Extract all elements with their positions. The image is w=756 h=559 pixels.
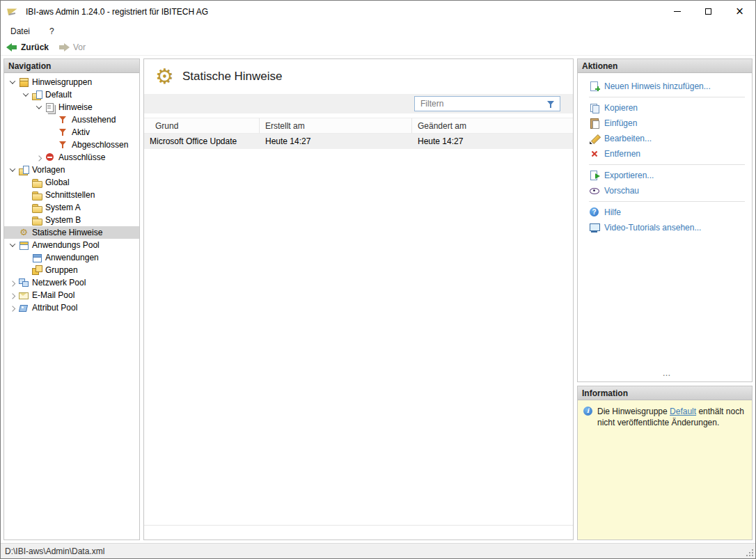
actions-panel: Aktionen Neuen Hinweis hinzufügen... Kop… [577, 58, 753, 382]
funnel-icon [58, 139, 69, 150]
navigation-panel: Navigation Hinweisgruppen Default Hinwei… [3, 58, 140, 540]
sidebar-item-abgeschlossen[interactable]: Abgeschlossen [4, 139, 139, 151]
column-header-geaendert-am[interactable]: Geändert am [412, 118, 573, 133]
sidebar-item-schnittstellen[interactable]: Schnittstellen [4, 189, 139, 201]
app-icon [8, 6, 20, 17]
action-label: Neuen Hinweis hinzufügen... [604, 81, 711, 91]
column-header-erstellt-am[interactable]: Erstellt am [260, 118, 412, 133]
sidebar-item-vorlagen[interactable]: Vorlagen [4, 164, 139, 176]
menu-datei[interactable]: Datei [10, 26, 30, 36]
navigation-header: Navigation [4, 59, 139, 73]
table-header: Grund Erstellt am Geändert am [144, 118, 573, 134]
sidebar-item-hinweise[interactable]: Hinweise [4, 101, 139, 113]
sidebar-item-system-a[interactable]: System A [4, 201, 139, 214]
action-copy[interactable]: Kopieren [589, 100, 745, 116]
menu-help[interactable]: ? [49, 26, 54, 36]
help-icon [589, 207, 600, 218]
cell-geaendert-am: Heute 14:27 [412, 134, 573, 149]
notes-icon [45, 102, 56, 113]
sidebar-item-default[interactable]: Default [4, 88, 139, 101]
title-bar[interactable]: IBI-aws Admin 1.24.0 - registriert für I… [1, 1, 755, 22]
sidebar-item-gruppen[interactable]: Gruppen [4, 264, 139, 276]
window-title: IBI-aws Admin 1.24.0 - registriert für I… [26, 7, 661, 17]
folder-icon [31, 189, 42, 200]
folder-page-icon [31, 89, 42, 100]
separator [589, 164, 745, 165]
client-area: Navigation Hinweisgruppen Default Hinwei… [1, 56, 755, 543]
sidebar-item-hinweisgruppen[interactable]: Hinweisgruppen [4, 76, 139, 88]
back-button[interactable]: Zurück [6, 42, 49, 52]
table-row[interactable]: Microsoft Office Update Heute 14:27 Heut… [144, 134, 573, 149]
action-export[interactable]: Exportieren... [589, 168, 745, 183]
sidebar-item-system-b[interactable]: System B [4, 214, 139, 226]
maximize-button[interactable] [693, 1, 724, 22]
information-message: Die Hinweisgruppe Default enthält noch n… [597, 406, 746, 428]
sidebar-item-statische-hinweise[interactable]: Statische Hinweise [4, 226, 139, 239]
chevron-right-icon[interactable] [9, 292, 16, 299]
chevron-right-icon[interactable] [36, 154, 42, 161]
chevron-down-icon[interactable] [36, 104, 42, 111]
action-edit[interactable]: Bearbeiten... [589, 131, 745, 146]
back-arrow-icon [6, 43, 17, 52]
tool-bar: Zurück Vor [1, 40, 755, 56]
action-paste[interactable]: Einfügen [589, 116, 745, 131]
tree-item-label: System B [45, 215, 81, 225]
status-bar: D:\IBI-aws\Admin\Data.xml [1, 543, 755, 558]
page-title: Statische Hinweise [182, 70, 283, 84]
close-button[interactable]: × [724, 1, 755, 22]
information-panel: Information Die Hinweisgruppe Default en… [577, 386, 753, 540]
sidebar-item-attribut-pool[interactable]: Attribut Pool [4, 301, 139, 314]
minimize-button[interactable] [661, 1, 693, 22]
tree-item-label: Global [45, 178, 70, 187]
resize-grip[interactable] [745, 548, 753, 556]
actions-body: Neuen Hinweis hinzufügen... Kopieren Ein… [578, 73, 752, 381]
sidebar-item-e-mail-pool[interactable]: E-Mail Pool [4, 289, 139, 301]
action-label: Entfernen [604, 149, 640, 159]
information-body: Die Hinweisgruppe Default enthält noch n… [578, 400, 752, 540]
filter-input[interactable] [415, 99, 560, 109]
sidebar-item-anwendungen[interactable]: Anwendungen [4, 251, 139, 264]
maximize-icon [705, 8, 711, 15]
chevron-right-icon[interactable] [9, 279, 16, 286]
actions-overflow[interactable]: … [589, 368, 745, 379]
copy-icon [589, 102, 600, 113]
actions-header: Aktionen [578, 59, 752, 73]
action-help[interactable]: Hilfe [589, 205, 745, 220]
tree-item-label: E-Mail Pool [32, 290, 74, 300]
sidebar-item-global[interactable]: Global [4, 176, 139, 189]
action-label: Kopieren [604, 103, 638, 113]
close-icon: × [735, 6, 744, 17]
chevron-down-icon[interactable] [22, 91, 29, 98]
sidebar-item-aktiv[interactable]: Aktiv [4, 126, 139, 139]
chevron-down-icon[interactable] [9, 79, 16, 86]
action-label: Hilfe [604, 207, 621, 217]
chevron-down-icon[interactable] [9, 166, 16, 173]
forward-button[interactable]: Vor [58, 42, 86, 52]
folder-page-icon [18, 164, 29, 175]
status-file-path: D:\IBI-aws\Admin\Data.xml [5, 546, 104, 556]
folder-icon [31, 214, 42, 226]
remove-icon [589, 148, 600, 159]
network-icon [18, 277, 29, 288]
action-label: Vorschau [604, 186, 639, 196]
export-icon [589, 170, 600, 181]
action-label: Einfügen [604, 118, 637, 128]
sidebar-item-ausstehend[interactable]: Ausstehend [4, 113, 139, 126]
chevron-down-icon[interactable] [9, 242, 16, 249]
chevron-right-icon[interactable] [9, 304, 16, 311]
sidebar-item-ausschluesse[interactable]: Ausschlüsse [4, 151, 139, 164]
edit-pencil-icon [589, 133, 600, 144]
tree-item-label: Default [45, 90, 72, 100]
tree-item-label: Aktiv [72, 127, 90, 137]
video-icon [589, 222, 600, 233]
default-group-link[interactable]: Default [670, 407, 696, 416]
sidebar-item-netzwerk-pool[interactable]: Netzwerk Pool [4, 276, 139, 289]
action-add-hint[interactable]: Neuen Hinweis hinzufügen... [589, 79, 745, 94]
filter-funnel-icon[interactable] [546, 99, 557, 110]
column-header-grund[interactable]: Grund [144, 118, 260, 133]
menu-bar: Datei ? [1, 22, 755, 40]
action-preview[interactable]: Vorschau [589, 183, 745, 198]
sidebar-item-anwendungs-pool[interactable]: Anwendungs Pool [4, 239, 139, 251]
action-remove[interactable]: Entfernen [589, 146, 745, 162]
action-video-tutorials[interactable]: Video-Tutorials ansehen... [589, 220, 745, 235]
